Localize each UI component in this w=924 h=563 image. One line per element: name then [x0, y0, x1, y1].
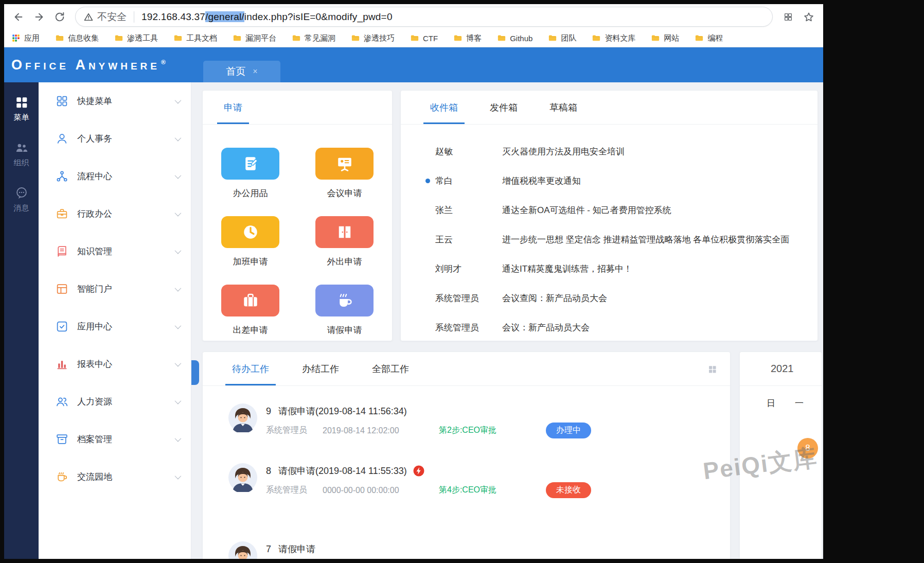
work-tab-2[interactable]: 全部工作	[372, 352, 409, 385]
bookmark-item-11[interactable]: 资料文库	[592, 33, 635, 43]
urgent-lightning-icon	[413, 465, 424, 477]
apply-tile-4[interactable]: 出差申请	[221, 285, 279, 336]
mail-subject: 会议查阅：新产品动员大会	[502, 292, 607, 304]
sidebar-item-9[interactable]: 档案管理	[39, 420, 191, 458]
bookmark-item-10[interactable]: 团队	[548, 33, 576, 43]
mail-tab-0[interactable]: 收件箱	[430, 91, 458, 124]
person-icon	[56, 132, 68, 145]
star-icon	[803, 11, 814, 23]
status-badge[interactable]: 办理中	[546, 423, 591, 438]
work-tab-1[interactable]: 办结工作	[302, 352, 339, 385]
apply-tile-1[interactable]: 会议申请	[315, 148, 374, 199]
mail-row-5[interactable]: 系统管理员会议查阅：新产品动员大会	[435, 284, 818, 313]
sidebar-item-4[interactable]: 知识管理	[39, 233, 191, 270]
rail-item-2[interactable]: 消息	[14, 186, 29, 213]
mail-row-2[interactable]: 张兰通达全新OA可选组件 - 知己者费用管控系统	[435, 196, 818, 225]
sidebar-item-3[interactable]: 行政办公	[39, 195, 191, 233]
bookmark-item-9[interactable]: Github	[497, 33, 532, 43]
side-panel-button[interactable]	[779, 8, 797, 26]
mail-subject: 通达IT精英魔鬼训练营，招募中！	[502, 263, 632, 275]
mail-row-4[interactable]: 刘明才通达IT精英魔鬼训练营，招募中！	[435, 254, 818, 284]
reload-button[interactable]	[50, 8, 69, 26]
url-prefix: 192.168.43.37	[141, 11, 205, 22]
rail-item-0[interactable]: 菜单	[14, 96, 29, 122]
sidebar-item-0[interactable]: 快捷菜单	[39, 82, 191, 120]
sidebar-item-1[interactable]: 个人事务	[39, 120, 191, 157]
rail-item-1[interactable]: 组织	[14, 141, 29, 168]
mail-sender: 系统管理员	[435, 292, 502, 304]
mail-sender: 张兰	[435, 204, 502, 216]
url-suffix: index.php?isIE=0&modify_pwd=0	[244, 11, 393, 22]
work-tab-0[interactable]: 待办工作	[232, 352, 269, 385]
bookmark-label: 信息收集	[68, 33, 99, 43]
sidebar-collapse-handle[interactable]	[191, 360, 199, 385]
grid-panel-icon	[784, 12, 793, 22]
calendar-year[interactable]: 2021	[771, 363, 794, 375]
bookmark-label: 漏洞平台	[245, 33, 276, 43]
work-item-1[interactable]: 8请假申请(2019-08-14 11:55:33)系统管理员0000-00-0…	[228, 463, 730, 498]
sidebar-item-2[interactable]: 流程中心	[39, 157, 191, 195]
chevron-down-icon	[175, 248, 182, 254]
bookmark-star-button[interactable]	[799, 8, 818, 26]
work-item-number: 8	[266, 466, 271, 477]
bookmark-item-13[interactable]: 编程	[695, 33, 723, 43]
rail-label: 消息	[14, 203, 29, 213]
bookmark-item-2[interactable]: 渗透工具	[114, 33, 158, 43]
mail-row-0[interactable]: 赵敏灭火器使用方法及用电安全培训	[435, 137, 818, 166]
work-item-number: 7	[266, 544, 271, 555]
book-icon	[56, 245, 68, 258]
work-item-owner: 系统管理员	[266, 485, 315, 496]
bookmark-item-7[interactable]: CTF	[410, 33, 438, 43]
bookmark-item-4[interactable]: 漏洞平台	[233, 33, 276, 43]
mail-tab-1[interactable]: 发件箱	[490, 91, 518, 124]
bookmark-item-3[interactable]: 工具文档	[173, 33, 217, 43]
back-button[interactable]	[9, 8, 28, 26]
grid-view-icon[interactable]	[708, 365, 717, 374]
folder-icon	[592, 33, 601, 43]
bookmark-item-1[interactable]: 信息收集	[55, 33, 99, 43]
status-badge[interactable]: 未接收	[546, 482, 591, 498]
bookmark-item-12[interactable]: 网站	[651, 33, 679, 43]
bookmark-item-0[interactable]: 应用	[11, 33, 40, 43]
tile-label: 会议申请	[327, 187, 362, 199]
mail-row-1[interactable]: 常白增值税税率更改通知	[435, 166, 818, 196]
forward-button[interactable]	[30, 8, 48, 26]
bookmark-item-8[interactable]: 博客	[453, 33, 482, 43]
sidebar-item-8[interactable]: 人力资源	[39, 383, 191, 420]
work-item-2[interactable]: 7请假申请	[228, 541, 730, 559]
folder-icon	[497, 33, 506, 43]
sidebar-item-10[interactable]: 交流园地	[39, 458, 191, 496]
apply-tile-5[interactable]: 请假申请	[315, 285, 374, 336]
bookmark-item-5[interactable]: 常见漏洞	[292, 33, 335, 43]
work-item-number: 9	[266, 406, 271, 417]
mail-subject: 会议：新产品动员大会	[502, 322, 590, 333]
sidebar-item-5[interactable]: 智能门户	[39, 270, 191, 308]
work-item-time: 2019-08-14 12:02:00	[323, 426, 430, 435]
apply-tile-0[interactable]: 办公用品	[221, 148, 279, 199]
apply-tile-2[interactable]: 加班申请	[221, 216, 279, 268]
bookmark-label: Github	[510, 34, 532, 43]
grid4-icon	[56, 95, 68, 108]
tab-close-icon[interactable]: ×	[253, 67, 257, 76]
bookmark-item-6[interactable]: 渗透技巧	[351, 33, 395, 43]
weekday-0: 日	[767, 397, 775, 409]
address-bar[interactable]: 不安全 192.168.43.37/general/index.php?isIE…	[75, 7, 773, 27]
work-item-0[interactable]: 9请假申请(2019-08-14 11:56:34)系统管理员2019-08-1…	[228, 403, 730, 438]
tab-home[interactable]: 首页 ×	[203, 61, 280, 82]
bookmarks-bar: 应用信息收集渗透工具工具文档漏洞平台常见漏洞渗透技巧CTF博客Github团队资…	[4, 29, 823, 47]
mail-tab-2[interactable]: 草稿箱	[549, 91, 577, 124]
mail-row-3[interactable]: 王云进一步统一思想 坚定信念 推进精益管理战略落地 各单位积极贯彻落实全面	[435, 225, 818, 254]
chevron-down-icon	[175, 398, 182, 404]
bookmark-label: CTF	[423, 34, 438, 43]
app-header: Office Anywhere® 首页 ×	[4, 47, 823, 82]
bookmark-label: 渗透技巧	[364, 33, 395, 43]
sidebar-item-7[interactable]: 报表中心	[39, 345, 191, 383]
folder-icon	[651, 33, 660, 43]
address-divider	[134, 11, 134, 23]
mail-row-6[interactable]: 系统管理员会议：新产品动员大会	[435, 313, 818, 341]
sidebar-item-label: 个人事务	[77, 133, 112, 145]
sidebar-item-6[interactable]: 应用中心	[39, 308, 191, 345]
apply-tile-3[interactable]: 外出申请	[315, 216, 374, 268]
calendar-selected-day[interactable]: 8	[797, 438, 818, 459]
tab-apply[interactable]: 申请	[224, 91, 242, 124]
